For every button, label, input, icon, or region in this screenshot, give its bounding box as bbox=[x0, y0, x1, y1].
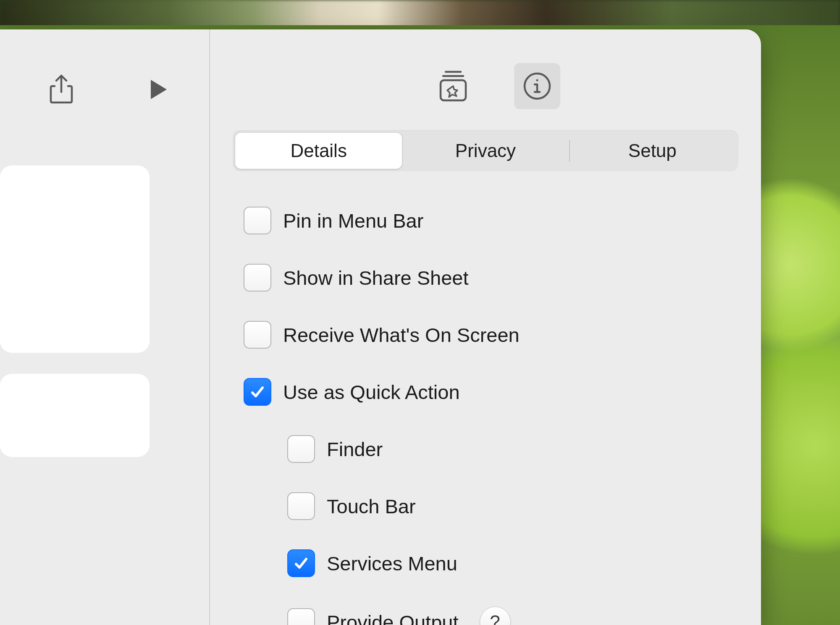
option-label: Pin in Menu Bar bbox=[283, 209, 423, 232]
option-label: Use as Quick Action bbox=[283, 381, 460, 404]
option-finder: Finder bbox=[244, 435, 738, 463]
checkbox-show-share-sheet[interactable] bbox=[244, 264, 271, 291]
right-panel: Details Privacy Setup Pin in Menu Bar Sh… bbox=[210, 29, 761, 625]
option-use-as-quick-action: Use as Quick Action bbox=[244, 378, 738, 406]
toolbar-left bbox=[0, 50, 209, 129]
option-pin-menu-bar: Pin in Menu Bar bbox=[244, 207, 738, 234]
left-panel bbox=[0, 29, 210, 625]
tab-privacy[interactable]: Privacy bbox=[402, 133, 569, 169]
checkbox-services-menu[interactable] bbox=[287, 549, 315, 577]
option-label: Touch Bar bbox=[327, 495, 416, 518]
option-show-share-sheet: Show in Share Sheet bbox=[244, 264, 738, 291]
library-icon[interactable] bbox=[430, 63, 476, 109]
options-list: Pin in Menu Bar Show in Share Sheet Rece… bbox=[233, 207, 738, 625]
option-receive-whats-on-screen: Receive What's On Screen bbox=[244, 321, 738, 349]
share-button[interactable] bbox=[46, 74, 76, 105]
option-label: Provide Output bbox=[327, 611, 459, 625]
help-button[interactable]: ? bbox=[480, 607, 511, 625]
play-button[interactable] bbox=[144, 74, 174, 105]
svg-rect-2 bbox=[441, 80, 466, 100]
info-button[interactable] bbox=[514, 63, 560, 109]
segmented-control: Details Privacy Setup bbox=[233, 130, 738, 171]
option-label: Finder bbox=[327, 438, 383, 461]
left-cards bbox=[0, 165, 209, 457]
option-label: Receive What's On Screen bbox=[283, 323, 520, 347]
app-window: Details Privacy Setup Pin in Menu Bar Sh… bbox=[0, 29, 761, 625]
checkbox-pin-menu-bar[interactable] bbox=[244, 207, 271, 234]
option-label: Services Menu bbox=[327, 552, 457, 575]
svg-point-4 bbox=[536, 79, 538, 81]
card-item[interactable] bbox=[0, 374, 150, 457]
tab-details[interactable]: Details bbox=[235, 133, 402, 169]
checkbox-provide-output[interactable] bbox=[287, 608, 315, 625]
option-touch-bar: Touch Bar bbox=[244, 492, 738, 520]
toolbar-right bbox=[233, 46, 738, 126]
option-label: Show in Share Sheet bbox=[283, 266, 469, 289]
checkbox-touch-bar[interactable] bbox=[287, 492, 315, 520]
checkbox-receive-screen[interactable] bbox=[244, 321, 271, 349]
tab-setup[interactable]: Setup bbox=[569, 133, 736, 169]
option-services-menu: Services Menu bbox=[244, 549, 738, 577]
option-provide-output: Provide Output ? bbox=[244, 607, 738, 625]
checkbox-finder[interactable] bbox=[287, 435, 315, 463]
card-item[interactable] bbox=[0, 165, 150, 353]
checkbox-quick-action[interactable] bbox=[244, 378, 271, 406]
